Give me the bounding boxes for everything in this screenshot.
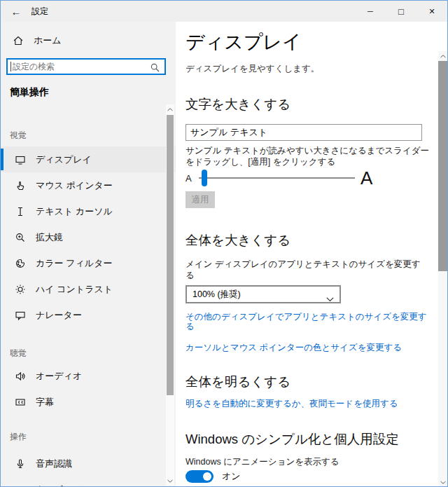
sidebar-scrollbar[interactable] (166, 104, 174, 486)
settings-window: ← 設定 ─ □ ✕ ホーム 設定の検索 (0, 0, 448, 487)
animations-toggle-label: Windows にアニメーションを表示する (186, 456, 428, 467)
high-contrast-icon (15, 284, 26, 295)
page-subtitle: ディスプレイを見やすくします。 (186, 63, 428, 75)
sidebar-item-label: カラー フィルター (36, 257, 112, 270)
text-size-slider-row: A A (186, 169, 428, 187)
back-button[interactable]: ← (1, 6, 31, 18)
keyboard-icon (15, 484, 26, 487)
sidebar-item-magnifier[interactable]: 拡大鏡 (1, 224, 176, 250)
sidebar-item-audio[interactable]: オーディオ (1, 363, 176, 389)
section-label-interaction: 操作 (10, 431, 176, 441)
scroll-down-icon[interactable] (166, 476, 174, 485)
text-cursor-icon (15, 206, 26, 217)
sidebar-item-label: ナレーター (36, 309, 82, 322)
color-filter-icon (15, 258, 26, 269)
maximize-button[interactable]: □ (386, 1, 416, 22)
main-content: ディスプレイ ディスプレイを見やすくします。 文字を大きくする サンプル テキス… (176, 22, 447, 487)
apply-button[interactable]: 適用 (186, 191, 215, 208)
scale-dropdown-value: 100% (推奨) (192, 289, 241, 301)
titlebar: ← 設定 ─ □ ✕ (1, 1, 447, 22)
large-text-glyph: A (360, 169, 372, 187)
small-text-glyph: A (186, 173, 194, 184)
sidebar-item-mouse-pointer[interactable]: マウス ポインター (1, 172, 176, 198)
sidebar-item-label: オーディオ (36, 370, 82, 383)
sidebar-item-text-cursor[interactable]: テキスト カーソル (1, 198, 176, 224)
sidebar-item-label: ハイ コントラスト (36, 283, 113, 296)
home-icon (13, 35, 24, 46)
search-icon[interactable] (150, 62, 160, 71)
link-cursor-pointer[interactable]: カーソルとマウス ポインターの色とサイズを変更する (186, 343, 402, 352)
minimize-button[interactable]: ─ (355, 1, 386, 22)
sidebar-item-label: マウス ポインター (36, 179, 113, 192)
selected-indicator (1, 149, 4, 170)
animations-toggle-row: オン (186, 470, 428, 483)
speech-recognition-icon (15, 458, 26, 469)
sidebar: ホーム 設定の検索 簡単操作 視覚 (1, 22, 176, 487)
sidebar-item-keyboard[interactable]: キーボード (1, 476, 176, 487)
magnifier-icon (15, 232, 26, 243)
text-caret (10, 62, 11, 71)
sidebar-item-high-contrast[interactable]: ハイ コントラスト (1, 276, 176, 302)
scroll-up-icon[interactable] (166, 105, 174, 114)
sidebar-item-label: キーボード (36, 483, 82, 487)
slider-track[interactable] (199, 177, 355, 179)
chevron-down-icon (326, 292, 334, 305)
search-input[interactable]: 設定の検索 (6, 58, 166, 75)
link-other-displays[interactable]: その他のディスプレイでアプリとテキストのサイズを変更する (186, 312, 428, 331)
sidebar-item-narrator[interactable]: ナレーター (1, 302, 176, 328)
sidebar-item-label: 字幕 (36, 396, 54, 409)
animations-toggle-state: オン (222, 470, 241, 483)
heading-simplify-personalize: Windows のシンプル化と個人用設定 (186, 431, 428, 448)
scale-dropdown-label: メイン ディスプレイのアプリとテキストのサイズを変更する (186, 259, 428, 281)
text-size-slider[interactable] (197, 169, 355, 187)
toggle-knob (203, 472, 211, 481)
sidebar-item-display[interactable]: ディスプレイ (1, 146, 176, 172)
heading-make-everything-bigger: 全体を大きくする (186, 232, 428, 249)
sidebar-home-label: ホーム (34, 34, 62, 47)
sidebar-item-label: テキスト カーソル (36, 205, 113, 218)
heading-make-everything-brighter: 全体を明るくする (186, 373, 428, 390)
sidebar-item-label: 音声認識 (36, 458, 72, 470)
narrator-icon (15, 310, 26, 321)
sidebar-item-label: ディスプレイ (36, 153, 92, 166)
heading-make-text-bigger: 文字を大きくする (186, 96, 428, 113)
sidebar-scrollbar-thumb[interactable] (167, 115, 174, 395)
closed-captions-icon (15, 397, 26, 408)
slider-instruction: サンプル テキストが読みやすい大きさになるまでスライダーをドラッグし、[適用] … (186, 145, 433, 167)
audio-icon (15, 371, 26, 382)
sample-text-box: サンプル テキスト (186, 124, 422, 141)
section-label-vision: 視覚 (10, 130, 176, 139)
scroll-down-icon[interactable] (438, 478, 447, 486)
content-scrollbar-thumb[interactable] (438, 61, 447, 271)
link-brightness-night-mode[interactable]: 明るさを自動的に変更するか、夜間モードを使用する (186, 399, 398, 409)
page-title: ディスプレイ (186, 30, 428, 54)
scroll-up-icon[interactable] (438, 52, 447, 60)
sidebar-item-closed-captions[interactable]: 字幕 (1, 389, 176, 415)
content-scrollbar[interactable] (438, 51, 447, 487)
sidebar-item-speech-recognition[interactable]: 音声認識 (1, 451, 176, 476)
animations-toggle[interactable] (186, 470, 214, 483)
display-icon (15, 154, 26, 165)
sidebar-item-color-filters[interactable]: カラー フィルター (1, 250, 176, 276)
sample-text: サンプル テキスト (190, 126, 267, 139)
slider-thumb[interactable] (202, 170, 207, 186)
sidebar-item-home[interactable]: ホーム (1, 30, 176, 51)
search-placeholder: 設定の検索 (13, 61, 150, 73)
category-title: 簡単操作 (10, 86, 176, 99)
window-title: 設定 (31, 6, 48, 18)
sidebar-item-label: 拡大鏡 (36, 231, 63, 244)
section-label-hearing: 聴覚 (10, 348, 176, 357)
scale-dropdown[interactable]: 100% (推奨) (186, 285, 341, 303)
close-button[interactable]: ✕ (416, 1, 447, 22)
mouse-pointer-icon (15, 180, 26, 191)
